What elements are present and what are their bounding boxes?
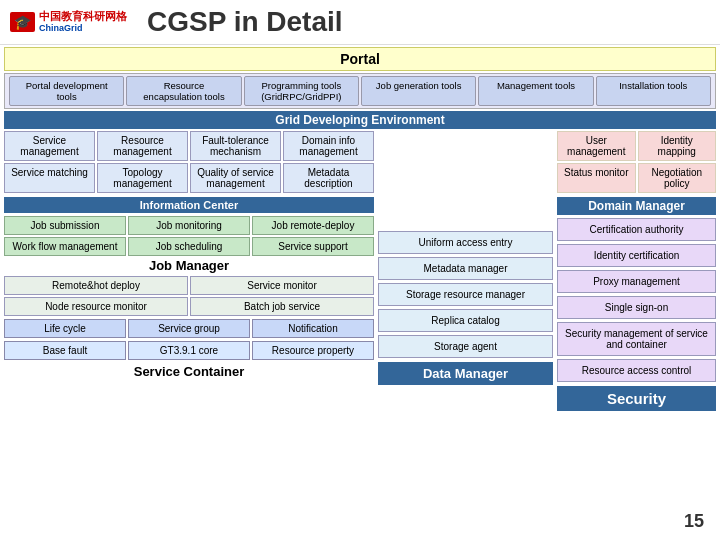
storage-agent: Storage agent <box>378 335 553 358</box>
job-manager-title: Job Manager <box>4 258 374 273</box>
toolbar-item-portal-dev[interactable]: Portal development tools <box>9 76 124 106</box>
logo-text: 中国教育科研网格 ChinaGrid <box>39 10 127 34</box>
single-sign-on: Single sign-on <box>557 296 716 319</box>
gde-metadata-desc: Metadata description <box>283 163 374 193</box>
base-fault: Base fault <box>4 341 126 360</box>
gde-status-mon: Status monitor <box>557 163 636 193</box>
job-sched-btn[interactable]: Job scheduling <box>128 237 250 256</box>
main-content: Service management Resource management F… <box>4 131 716 411</box>
gde-resource-mgmt: Resource management <box>97 131 188 161</box>
metadata-mgr: Metadata manager <box>378 257 553 280</box>
resource-property: Resource property <box>252 341 374 360</box>
right-section: User management Identity mapping Status … <box>557 131 716 411</box>
gt391-core: GT3.9.1 core <box>128 341 250 360</box>
proxy-mgmt: Proxy management <box>557 270 716 293</box>
svc-group: Service group <box>128 319 250 338</box>
grid-dev-bar: Grid Developing Environment <box>4 111 716 129</box>
life-cycle: Life cycle <box>4 319 126 338</box>
svc-monitor: Service monitor <box>190 276 374 295</box>
security-mgmt-svc: Security management of service and conta… <box>557 322 716 356</box>
gde-identity-map: Identity mapping <box>638 131 717 161</box>
node-monitor: Node resource monitor <box>4 297 188 316</box>
gde-svc-mgmt: Service management <box>4 131 95 161</box>
header: 🎓 中国教育科研网格 ChinaGrid CGSP in Detail <box>0 0 720 45</box>
logo-icon: 🎓 <box>10 12 35 33</box>
svc-support-btn[interactable]: Service support <box>252 237 374 256</box>
uniform-access: Uniform access entry <box>378 231 553 254</box>
toolbar-item-job-gen[interactable]: Job generation tools <box>361 76 476 106</box>
notification: Notification <box>252 319 374 338</box>
gde-svc-match: Service matching <box>4 163 95 193</box>
data-manager-section: Uniform access entry Metadata manager St… <box>378 231 553 385</box>
domain-manager-title: Domain Manager <box>557 197 716 215</box>
resource-access-ctrl: Resource access control <box>557 359 716 382</box>
toolbar-item-programming[interactable]: Programming tools (GridRPC/GridPPI) <box>244 76 359 106</box>
workflow-btn[interactable]: Work flow management <box>4 237 126 256</box>
cert-authority: Certification authority <box>557 218 716 241</box>
center-section: Uniform access entry Metadata manager St… <box>378 173 553 411</box>
toolbar-item-management[interactable]: Management tools <box>478 76 593 106</box>
gde-user-mgmt: User management <box>557 131 636 161</box>
gde-qos: Quality of service management <box>190 163 281 193</box>
toolbar-item-installation[interactable]: Installation tools <box>596 76 711 106</box>
storage-mgr: Storage resource manager <box>378 283 553 306</box>
security-title: Security <box>557 386 716 411</box>
portal-bar: Portal <box>4 47 716 71</box>
info-center-title: Information Center <box>4 197 374 213</box>
job-remote-btn[interactable]: Job remote-deploy <box>252 216 374 235</box>
logo: 🎓 中国教育科研网格 ChinaGrid <box>10 10 127 34</box>
page-number: 15 <box>680 509 708 534</box>
gde-fault-tol: Fault-tolerance mechanism <box>190 131 281 161</box>
job-monitor-btn[interactable]: Job monitoring <box>128 216 250 235</box>
gde-negotiation: Negotiation policy <box>638 163 717 193</box>
batch-job-svc: Batch job service <box>190 297 374 316</box>
toolbar-item-resource-enc[interactable]: Resource encapsulation tools <box>126 76 241 106</box>
left-section: Service management Resource management F… <box>4 131 374 411</box>
data-manager-title: Data Manager <box>378 362 553 385</box>
remote-hot-deploy: Remote&hot deploy <box>4 276 188 295</box>
replica-catalog: Replica catalog <box>378 309 553 332</box>
service-container-title: Service Container <box>6 364 372 379</box>
identity-cert: Identity certification <box>557 244 716 267</box>
toolbar: Portal development tools Resource encaps… <box>4 73 716 109</box>
job-submit-btn[interactable]: Job submission <box>4 216 126 235</box>
gde-topology: Topology management <box>97 163 188 193</box>
page-title: CGSP in Detail <box>147 6 343 38</box>
gde-domain-info: Domain info management <box>283 131 374 161</box>
